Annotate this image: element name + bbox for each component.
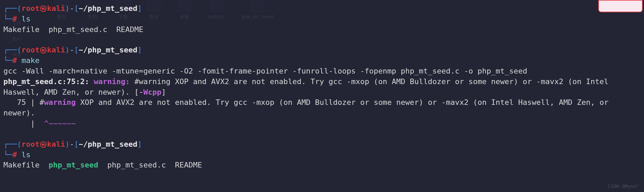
skull-icon: ㉿ <box>40 140 47 148</box>
ls-output: Makefile php_mt_seed.c README <box>3 25 641 35</box>
command-text: ls <box>21 150 31 159</box>
prompt-path: ~/php_mt_seed <box>79 46 137 54</box>
ls-output: Makefile php_mt_seed php_mt_seed.c READM… <box>3 160 641 171</box>
prompt-line: ┌──(root㉿kali)-[~/php_mt_seed] <box>3 45 641 55</box>
executable-file: php_mt_seed <box>48 161 98 169</box>
terminal-output[interactable]: ┌──(root㉿kali)-[~/php_mt_seed] └─# ls Ma… <box>3 3 641 171</box>
prompt-hash: # <box>13 150 17 159</box>
warning-flag: -Wcpp <box>139 88 161 96</box>
warning-label: warning: <box>94 77 134 86</box>
prompt-hash: # <box>13 56 17 65</box>
prompt-hash: # <box>13 15 17 23</box>
gcc-invocation: gcc -Wall -march=native -mtune=generic -… <box>3 66 641 77</box>
warning-directive: warning <box>44 98 76 107</box>
prompt-user: root <box>21 4 40 13</box>
skull-icon: ㉿ <box>40 46 47 54</box>
command-text: make <box>21 56 40 65</box>
skull-icon: ㉿ <box>40 4 47 13</box>
prompt-path: ~/php_mt_seed <box>79 140 137 148</box>
caret-line: | ^~~~~~~ <box>3 118 641 129</box>
prompt-user: root <box>21 46 40 54</box>
caret-marker: ^~~~~~~ <box>44 119 76 128</box>
command-line: └─# make <box>3 55 641 66</box>
compiler-warning: php_mt_seed.c:75:2: warning: #warning XO… <box>3 77 641 98</box>
watermark-text: CSDN @Myon⁵ <box>608 183 639 190</box>
command-line: └─# ls <box>3 14 641 25</box>
prompt-host: kali <box>47 46 65 54</box>
prompt-line: ┌──(root㉿kali)-[~/php_mt_seed] <box>3 139 641 150</box>
prompt-host: kali <box>47 140 65 148</box>
prompt-path: ~/php_mt_seed <box>79 4 137 13</box>
command-line: └─# ls <box>3 150 641 160</box>
source-context: 75 | #warning XOP and AVX2 are not enabl… <box>3 97 641 118</box>
command-text: ls <box>21 15 31 23</box>
prompt-line: ┌──(root㉿kali)-[~/php_mt_seed] <box>3 3 641 14</box>
prompt-host: kali <box>47 4 65 13</box>
prompt-user: root <box>21 140 40 148</box>
